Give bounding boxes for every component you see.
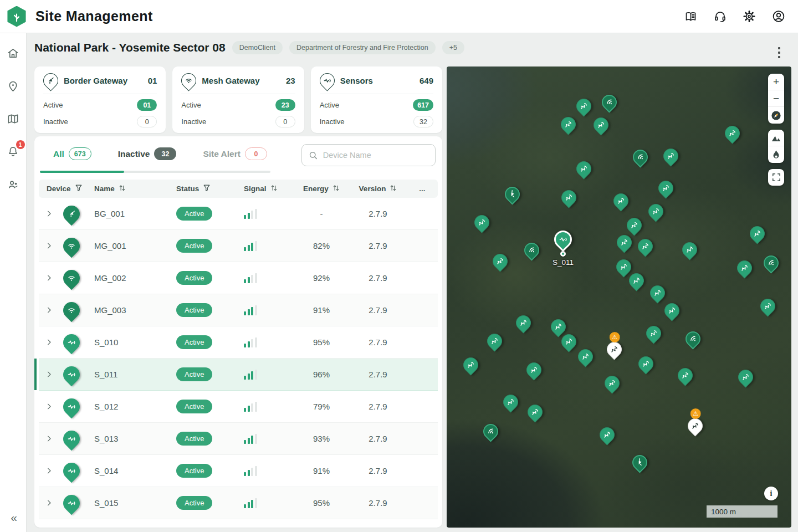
sensor-pin-icon[interactable] (757, 295, 778, 316)
sidebar-item-location[interactable] (6, 79, 21, 93)
table-row-S_010[interactable]: S_010Active95%2.7.9 (39, 326, 438, 359)
sensor-pin-icon[interactable] (613, 256, 634, 277)
sensor-pin-icon[interactable] (722, 122, 743, 144)
row-expand-chevron[interactable] (39, 274, 59, 282)
sensor-pin-icon[interactable] (601, 372, 622, 393)
border-pin-icon[interactable] (629, 452, 650, 473)
sort-icon[interactable] (119, 184, 126, 193)
row-expand-chevron[interactable] (39, 370, 59, 378)
mesh-pin-icon[interactable] (630, 146, 651, 167)
map-marker-selected-sensor[interactable]: S_011 (553, 231, 574, 267)
sensor-pin-icon[interactable] (523, 359, 544, 380)
alert-sensor-pin-icon[interactable]: ⚠ (684, 415, 705, 436)
docs-book-icon[interactable] (683, 9, 698, 24)
table-row-S_015[interactable]: S_015Active95%2.7.9 (39, 487, 438, 519)
sensor-pin-icon[interactable] (590, 114, 611, 135)
sensor-pin-icon[interactable] (573, 95, 594, 116)
sensor-pin-icon[interactable] (655, 177, 676, 198)
sensor-pin-icon[interactable] (573, 158, 594, 179)
row-expand-chevron[interactable] (39, 467, 59, 475)
table-row-S_011[interactable]: S_011Active96%2.7.9 (39, 359, 438, 391)
device-search[interactable] (301, 144, 436, 166)
column-header-version[interactable]: Version (349, 184, 407, 193)
row-expand-chevron[interactable] (39, 338, 59, 346)
tab-site-alert[interactable]: Site Alert 0 (190, 142, 280, 169)
sensor-pin-icon[interactable] (643, 323, 664, 344)
sensor-pin-icon[interactable] (524, 401, 545, 422)
row-expand-chevron[interactable] (39, 402, 59, 411)
mesh-pin-icon[interactable] (682, 328, 703, 349)
column-header-energy[interactable]: Energy (294, 184, 349, 193)
sensor-pin-icon[interactable] (635, 353, 656, 374)
fullscreen-button[interactable] (768, 169, 784, 186)
row-expand-chevron[interactable] (39, 306, 59, 314)
mesh-pin-icon[interactable] (598, 91, 620, 112)
table-row-MG_002[interactable]: MG_002Active92%2.7.9 (39, 262, 438, 294)
account-user-icon[interactable] (771, 9, 786, 24)
sort-icon[interactable] (270, 184, 278, 193)
sensor-pin-icon[interactable] (471, 212, 492, 233)
sensor-pin-icon[interactable] (674, 365, 695, 386)
selected-sensor-pin-icon[interactable] (550, 227, 575, 252)
table-row-S_012[interactable]: S_012Active79%2.7.9 (39, 391, 438, 423)
site-map[interactable]: + − (447, 66, 791, 528)
sensor-pin-icon[interactable] (660, 145, 681, 166)
sidebar-item-map[interactable] (6, 111, 21, 126)
sensor-pin-icon[interactable] (635, 236, 656, 257)
more-chips-chip[interactable]: +5 (442, 41, 464, 54)
row-expand-chevron[interactable] (39, 209, 59, 218)
table-row-BG_001[interactable]: BG_001Active-2.7.9 (39, 198, 438, 230)
header-more-menu[interactable] (774, 45, 785, 60)
row-expand-chevron[interactable] (39, 434, 59, 443)
sensor-pin-icon[interactable] (513, 312, 534, 333)
column-header-name[interactable]: Name (94, 184, 176, 193)
settings-gear-icon[interactable] (742, 9, 756, 24)
sensor-pin-icon[interactable] (746, 223, 768, 244)
sensor-pin-icon[interactable] (735, 366, 756, 387)
table-row-MG_003[interactable]: MG_003Active91%2.7.9 (39, 294, 438, 326)
sensor-pin-icon[interactable] (734, 257, 755, 278)
sort-icon[interactable] (332, 184, 340, 193)
compass-button[interactable] (768, 107, 784, 124)
search-input[interactable] (323, 151, 428, 160)
zoom-out-button[interactable]: − (768, 90, 784, 107)
sidebar-collapse-button[interactable]: « (0, 511, 27, 524)
sensor-pin-icon[interactable] (558, 331, 579, 352)
row-expand-chevron[interactable] (39, 499, 59, 507)
sensor-pin-icon[interactable] (613, 232, 635, 253)
sensor-pin-icon[interactable] (645, 201, 666, 222)
filter-icon[interactable] (203, 184, 211, 193)
sort-icon[interactable] (390, 184, 397, 193)
column-header-signal[interactable]: Signal (244, 184, 294, 193)
mesh-pin-icon[interactable] (760, 252, 781, 273)
mesh-pin-icon[interactable] (521, 239, 542, 260)
filter-icon[interactable] (75, 184, 83, 193)
sensor-pin-icon[interactable] (626, 270, 647, 291)
sidebar-item-users[interactable] (6, 177, 21, 191)
sensor-pin-icon[interactable] (596, 424, 617, 445)
table-row-S_014[interactable]: S_014Active91%2.7.9 (39, 455, 438, 487)
sidebar-item-home[interactable] (6, 46, 21, 60)
row-expand-chevron[interactable] (39, 242, 59, 250)
mesh-pin-icon[interactable] (480, 421, 501, 442)
table-row-S_013[interactable]: S_013Active93%2.7.9 (39, 423, 438, 455)
tab-inactive[interactable]: Inactive 32 (105, 142, 190, 169)
sensor-pin-icon[interactable] (460, 354, 481, 375)
sensor-pin-icon[interactable] (575, 346, 596, 367)
sensor-pin-icon[interactable] (623, 214, 644, 236)
map-info-button[interactable]: i (764, 487, 778, 500)
sensor-pin-icon[interactable] (647, 282, 668, 303)
border-pin-icon[interactable] (502, 183, 523, 204)
sensor-pin-icon[interactable] (500, 391, 521, 412)
sensor-pin-icon[interactable] (661, 300, 682, 321)
sensor-pin-icon[interactable] (558, 187, 579, 208)
terrain-layer-button[interactable] (768, 130, 784, 146)
sensor-pin-icon[interactable] (557, 114, 579, 135)
sensor-pin-icon[interactable] (679, 239, 700, 260)
tab-all[interactable]: All 673 (40, 142, 105, 169)
fire-layer-button[interactable] (768, 146, 784, 163)
sensor-pin-icon[interactable] (489, 250, 510, 272)
support-headset-icon[interactable] (713, 9, 727, 24)
column-header-status[interactable]: Status (176, 184, 244, 193)
sensor-pin-icon[interactable] (610, 190, 631, 211)
